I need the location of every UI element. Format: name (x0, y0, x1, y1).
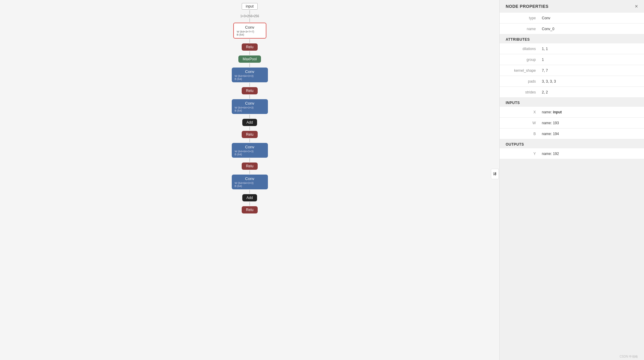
input-x-row: X name: input (500, 107, 644, 118)
attr-dilations-row: dilations 1, 1 (500, 43, 644, 54)
conv-blue-detail1-3: W (64×64×3×3) (235, 150, 265, 153)
name-label: name (506, 27, 542, 31)
name-value: Conv_0 (542, 27, 554, 31)
relu-node-3[interactable]: Relu (242, 163, 258, 170)
connector-6 (250, 83, 250, 87)
connector-4 (250, 51, 250, 55)
connector-9 (250, 127, 250, 130)
name-row: name Conv_0 (500, 24, 644, 34)
connector-10 (250, 139, 250, 142)
connector-8 (250, 115, 250, 118)
connector-12 (250, 170, 250, 174)
connector-5 (250, 63, 250, 67)
attr-group-label: group (506, 58, 542, 62)
connector-14 (250, 202, 250, 206)
conv-blue-node-2[interactable]: Conv W (64×64×3×3) B (64) (232, 99, 268, 114)
input-b-value: name: 194 (542, 132, 559, 136)
attr-strides-value: 2, 2 (542, 90, 548, 94)
panel-header: NODE PROPERTIES × (500, 0, 644, 13)
attr-dilations-value: 1, 1 (542, 47, 548, 51)
attr-strides-row: strides 2, 2 (500, 87, 644, 98)
graph-flow: input 1×3×256×256 Conv W (64×3×7×7) B (6… (0, 0, 499, 214)
attr-pads-value: 3, 3, 3, 3 (542, 79, 556, 84)
add-label-1: Add (247, 196, 253, 200)
input-node[interactable]: input (242, 3, 257, 10)
conv-blue-detail2-3: B (64) (235, 153, 265, 156)
conv-blue-title-4: Conv (235, 176, 265, 181)
relu-node-1[interactable]: Relu (242, 87, 258, 94)
conv-blue-title-3: Conv (235, 145, 265, 149)
connector-1 (250, 10, 250, 14)
relu-node-0[interactable]: Relu (242, 43, 258, 51)
connector-13 (250, 190, 250, 194)
input-b-key: B (506, 132, 542, 136)
conv-red-node[interactable]: Conv W (64×3×7×7) B (64) (233, 23, 266, 39)
outputs-header: OUTPUTS (500, 139, 644, 148)
close-button[interactable]: × (635, 4, 638, 9)
conv-blue-title-2: Conv (235, 101, 265, 106)
attr-dilations-label: dilations (506, 47, 542, 51)
input-node-label: input (246, 4, 253, 8)
add-node-0[interactable]: Add (242, 119, 257, 126)
maxpool-node[interactable]: MaxPool (238, 55, 261, 63)
input-w-key: W (506, 121, 542, 125)
maxpool-label: MaxPool (243, 57, 257, 61)
relu-label-4: Relu (246, 208, 253, 212)
watermark: CSDN 申领略 (620, 355, 638, 359)
attr-pads-row: pads 3, 3, 3, 3 (500, 76, 644, 87)
translate-button[interactable]: 译 (491, 169, 499, 179)
conv-blue-detail1-4: W (64×64×3×3) (235, 182, 265, 185)
conv-red-title: Conv (237, 25, 263, 30)
connector-2 (250, 18, 250, 22)
input-b-row: B name: 194 (500, 128, 644, 139)
shape-label: 1×3×256×256 (240, 14, 259, 18)
relu-label-3: Relu (246, 164, 253, 168)
relu-node-2[interactable]: Relu (242, 131, 258, 138)
panel-title: NODE PROPERTIES (506, 4, 548, 9)
type-value: Conv (542, 16, 550, 20)
attr-group-value: 1 (542, 58, 544, 62)
output-y-row: Y name: 192 (500, 148, 644, 159)
conv-blue-detail2-1: B (64) (235, 77, 265, 81)
attributes-header: ATTRIBUTES (500, 34, 644, 43)
output-y-value: name: 192 (542, 152, 559, 156)
conv-blue-detail2-2: B (64) (235, 109, 265, 112)
attr-kernel-value: 7, 7 (542, 68, 548, 73)
conv-blue-title-1: Conv (235, 69, 265, 74)
add-label-0: Add (247, 120, 253, 125)
relu-label-1: Relu (246, 89, 253, 93)
relu-node-4[interactable]: Relu (242, 206, 258, 213)
input-node-wrapper: input (242, 3, 257, 10)
conv-red-detail1: W (64×3×7×7) (237, 30, 263, 33)
input-x-key: X (506, 110, 542, 114)
connector-3 (250, 39, 250, 43)
input-w-row: W name: 193 (500, 118, 644, 128)
connector-11 (250, 158, 250, 162)
connector-7 (250, 95, 250, 99)
translate-icon: 译 (493, 172, 497, 176)
attr-kernel-label: kernel_shape (506, 68, 542, 73)
attr-strides-label: strides (506, 90, 542, 94)
type-row: type Conv (500, 13, 644, 24)
conv-blue-node-1[interactable]: Conv W (64×64×3×3) B (64) (232, 68, 268, 82)
relu-label-0: Relu (246, 45, 253, 49)
add-node-1[interactable]: Add (242, 194, 257, 201)
type-label: type (506, 16, 542, 20)
output-y-key: Y (506, 152, 542, 156)
conv-blue-detail1-1: W (64×64×3×3) (235, 74, 265, 77)
attr-group-row: group 1 (500, 54, 644, 65)
conv-blue-node-3[interactable]: Conv W (64×64×3×3) B (64) (232, 143, 268, 158)
inputs-header: INPUTS (500, 98, 644, 107)
conv-red-detail2: B (64) (237, 33, 263, 36)
conv-blue-detail2-4: B (64) (235, 185, 265, 188)
properties-panel: NODE PROPERTIES × type Conv name Conv_0 … (499, 0, 644, 360)
conv-blue-detail1-2: W (64×64×3×3) (235, 106, 265, 109)
relu-label-2: Relu (246, 132, 253, 137)
input-w-value: name: 193 (542, 121, 559, 125)
graph-canvas[interactable]: input 1×3×256×256 Conv W (64×3×7×7) B (6… (0, 0, 499, 360)
attr-pads-label: pads (506, 79, 542, 84)
input-x-value: name: input (542, 110, 562, 114)
conv-blue-node-4[interactable]: Conv W (64×64×3×3) B (64) (232, 175, 268, 189)
attr-kernel-row: kernel_shape 7, 7 (500, 65, 644, 76)
